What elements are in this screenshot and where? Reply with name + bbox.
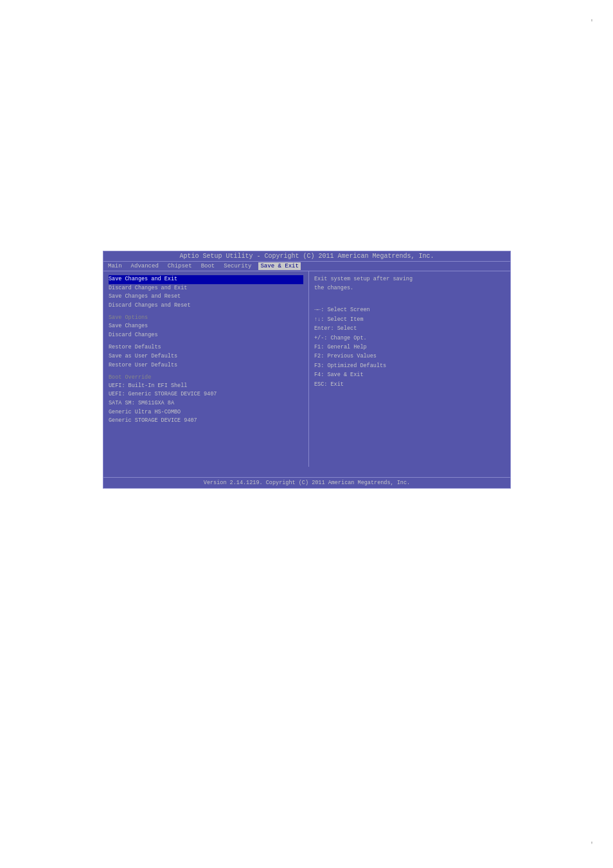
key-hint-change-opt: +/-: Change Opt. bbox=[314, 334, 505, 343]
section-exit-options: Save Changes and Exit Discard Changes an… bbox=[109, 275, 303, 310]
menu-entry-discard-exit[interactable]: Discard Changes and Exit bbox=[109, 284, 303, 293]
menu-item-save-exit[interactable]: Save & Exit bbox=[258, 262, 300, 270]
bios-window: Aptio Setup Utility - Copyright (C) 2011… bbox=[103, 251, 511, 489]
section-defaults: Restore Defaults Save as User Defaults R… bbox=[109, 343, 303, 370]
key-hint-f1: F1: General Help bbox=[314, 343, 505, 352]
section-boot-override: Boot Override UEFI: Built-In EFI Shell U… bbox=[109, 374, 303, 426]
menu-entry-uefi-efi-shell[interactable]: UEFI: Built-In EFI Shell bbox=[109, 382, 303, 391]
bios-menu-bar: Main Advanced Chipset Boot Security Save… bbox=[103, 262, 510, 271]
bios-content: Save Changes and Exit Discard Changes an… bbox=[103, 271, 510, 467]
section-save-options: Save Options Save Changes Discard Change… bbox=[109, 314, 303, 339]
key-hint-f2: F2: Previous Values bbox=[314, 352, 505, 361]
save-options-label: Save Options bbox=[109, 314, 148, 321]
menu-entry-discard-changes[interactable]: Discard Changes bbox=[109, 331, 303, 340]
key-hint-enter-select: Enter: Select bbox=[314, 324, 505, 333]
key-hint-select-screen: →←: Select Screen bbox=[314, 305, 505, 314]
corner-dot-bottom: ' bbox=[590, 842, 594, 849]
menu-entry-save-changes[interactable]: Save Changes bbox=[109, 322, 303, 331]
key-hint-f4: F4: Save & Exit bbox=[314, 370, 505, 379]
menu-item-chipset[interactable]: Chipset bbox=[166, 262, 194, 270]
menu-entry-save-user-defaults[interactable]: Save as User Defaults bbox=[109, 352, 303, 361]
help-text: Exit system setup after savingthe change… bbox=[314, 275, 505, 293]
bios-right-panel: Exit system setup after savingthe change… bbox=[309, 271, 510, 467]
key-hints: →←: Select Screen ↑↓: Select Item Enter:… bbox=[314, 305, 505, 389]
menu-item-main[interactable]: Main bbox=[106, 262, 124, 270]
menu-entry-generic-ultra[interactable]: Generic Ultra HS-COMBO bbox=[109, 408, 303, 417]
menu-item-security[interactable]: Security bbox=[222, 262, 253, 270]
menu-item-boot[interactable]: Boot bbox=[199, 262, 217, 270]
menu-entry-generic-storage[interactable]: Generic STORAGE DEVICE 9407 bbox=[109, 417, 303, 426]
bios-title: Aptio Setup Utility - Copyright (C) 2011… bbox=[103, 251, 510, 262]
menu-item-advanced[interactable]: Advanced bbox=[129, 262, 161, 270]
menu-entry-sata-sm[interactable]: SATA SM: SM611GXA 8A bbox=[109, 399, 303, 408]
key-hint-f3: F3: Optimized Defaults bbox=[314, 361, 505, 370]
menu-entry-restore-user-defaults[interactable]: Restore User Defaults bbox=[109, 361, 303, 370]
corner-dot-top: ' bbox=[590, 19, 594, 26]
menu-entry-discard-reset[interactable]: Discard Changes and Reset bbox=[109, 302, 303, 311]
menu-entry-save-reset[interactable]: Save Changes and Reset bbox=[109, 293, 303, 302]
boot-override-label: Boot Override bbox=[109, 374, 151, 381]
menu-entry-uefi-generic-storage[interactable]: UEFI: Generic STORAGE DEVICE 9407 bbox=[109, 390, 303, 399]
menu-entry-restore-defaults[interactable]: Restore Defaults bbox=[109, 343, 303, 352]
key-hint-select-item: ↑↓: Select Item bbox=[314, 315, 505, 324]
bios-footer: Version 2.14.1219. Copyright (C) 2011 Am… bbox=[103, 477, 510, 488]
key-hint-esc: ESC: Exit bbox=[314, 380, 505, 389]
bios-left-panel: Save Changes and Exit Discard Changes an… bbox=[103, 271, 309, 467]
menu-entry-save-exit[interactable]: Save Changes and Exit bbox=[109, 275, 303, 284]
